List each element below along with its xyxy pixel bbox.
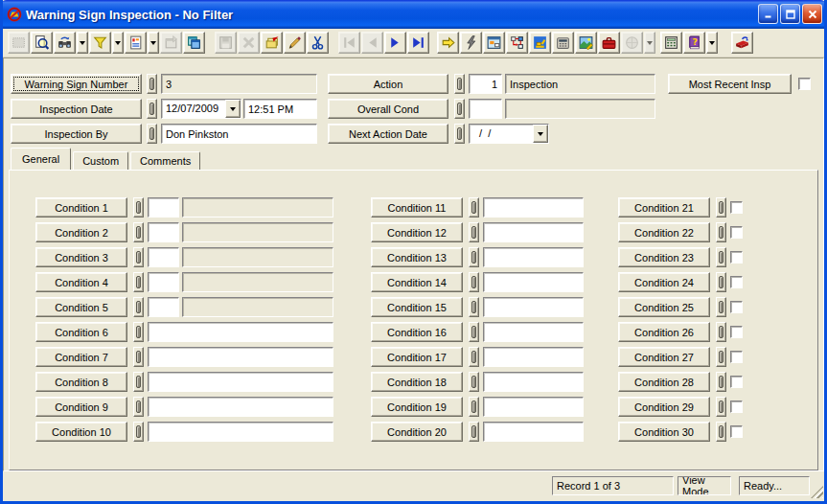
condition-2-button[interactable]: Condition 2	[35, 222, 127, 242]
condition-6-button[interactable]: Condition 6	[35, 322, 127, 342]
inspection-time-input[interactable]	[243, 99, 317, 119]
tab-comments[interactable]: Comments	[130, 151, 200, 170]
condition-21-button[interactable]: Condition 21	[618, 197, 710, 218]
condition-7-input[interactable]	[148, 347, 333, 367]
maximize-button[interactable]	[780, 4, 800, 24]
action-button[interactable]: Action	[328, 74, 448, 94]
filter-button[interactable]	[89, 32, 111, 54]
condition-22-button[interactable]: Condition 22	[618, 222, 710, 242]
next-action-date-dropdown[interactable]	[533, 125, 548, 143]
condition-25-checkbox[interactable]	[730, 301, 743, 313]
relationships-button[interactable]	[506, 32, 528, 54]
condition-3-code-input[interactable]	[148, 247, 179, 267]
help-button[interactable]: ?	[683, 32, 705, 54]
condition-23-checkbox[interactable]	[730, 251, 743, 263]
contact-log-button[interactable]	[552, 32, 574, 54]
condition-22-checkbox[interactable]	[730, 226, 743, 239]
condition-12-input[interactable]	[483, 222, 584, 242]
toolkit-button[interactable]	[598, 32, 620, 54]
condition-4-code-input[interactable]	[148, 272, 179, 292]
condition-4-button[interactable]: Condition 4	[35, 272, 127, 292]
condition-29-checkbox[interactable]	[730, 401, 743, 413]
condition-8-button[interactable]: Condition 8	[35, 372, 127, 392]
condition-1-code-input[interactable]	[148, 197, 179, 218]
condition-16-input[interactable]	[483, 322, 584, 342]
find-dropdown[interactable]	[77, 32, 88, 54]
image-editor-button[interactable]	[575, 32, 597, 54]
condition-13-input[interactable]	[483, 247, 584, 267]
inspection-date-combo[interactable]: 12/07/2009	[161, 99, 241, 119]
condition-10-button[interactable]: Condition 10	[35, 422, 127, 442]
reports-button[interactable]	[125, 32, 147, 54]
print-preview-button[interactable]	[31, 32, 53, 54]
equipment-button[interactable]	[529, 32, 551, 54]
next-action-date-combo[interactable]: / /	[469, 124, 549, 144]
layout-view-button[interactable]	[483, 32, 505, 54]
inspection-by-input[interactable]	[161, 124, 317, 144]
cut-button[interactable]	[307, 32, 329, 54]
condition-17-button[interactable]: Condition 17	[371, 347, 463, 367]
calculator-button[interactable]	[660, 32, 682, 54]
most-recent-insp-button[interactable]: Most Recent Insp	[668, 74, 792, 94]
condition-14-input[interactable]	[483, 272, 584, 292]
condition-1-button[interactable]: Condition 1	[35, 197, 127, 218]
condition-20-button[interactable]: Condition 20	[371, 422, 463, 442]
condition-7-button[interactable]: Condition 7	[35, 347, 127, 367]
execute-button[interactable]	[460, 32, 482, 54]
condition-9-button[interactable]: Condition 9	[35, 397, 127, 417]
condition-18-input[interactable]	[483, 372, 584, 392]
condition-10-input[interactable]	[148, 422, 333, 442]
condition-9-input[interactable]	[148, 397, 333, 417]
condition-20-input[interactable]	[483, 422, 584, 442]
condition-15-input[interactable]	[483, 297, 584, 317]
related-records-button[interactable]	[183, 32, 205, 54]
tab-general[interactable]: General	[11, 148, 71, 170]
overall-cond-button[interactable]: Overall Cond	[328, 99, 448, 119]
condition-6-input[interactable]	[148, 322, 333, 342]
go-to-button[interactable]	[437, 32, 459, 54]
condition-17-input[interactable]	[483, 347, 584, 367]
overall-cond-code-input[interactable]	[469, 99, 502, 119]
condition-12-button[interactable]: Condition 12	[371, 222, 463, 242]
condition-27-checkbox[interactable]	[730, 351, 743, 363]
reports-dropdown[interactable]	[148, 32, 159, 54]
condition-28-button[interactable]: Condition 28	[618, 372, 710, 392]
condition-25-button[interactable]: Condition 25	[618, 297, 710, 317]
condition-26-checkbox[interactable]	[730, 326, 743, 338]
condition-30-checkbox[interactable]	[730, 425, 743, 438]
condition-19-input[interactable]	[483, 397, 584, 417]
condition-27-button[interactable]: Condition 27	[618, 347, 710, 367]
condition-14-button[interactable]: Condition 14	[371, 272, 463, 292]
condition-29-button[interactable]: Condition 29	[618, 397, 710, 417]
condition-18-button[interactable]: Condition 18	[371, 372, 463, 392]
condition-2-code-input[interactable]	[148, 222, 179, 242]
next-record-button[interactable]	[384, 32, 406, 54]
inspection-by-button[interactable]: Inspection By	[11, 124, 142, 144]
condition-8-input[interactable]	[148, 372, 333, 392]
condition-28-checkbox[interactable]	[730, 376, 743, 388]
inspection-date-button[interactable]: Inspection Date	[11, 99, 142, 119]
edit-record-button[interactable]	[284, 32, 306, 54]
filter-dropdown[interactable]	[112, 32, 124, 54]
exit-button[interactable]	[731, 32, 753, 54]
close-button[interactable]	[802, 4, 822, 24]
warning-sign-number-button[interactable]: Warning Sign Number	[11, 74, 142, 94]
condition-19-button[interactable]: Condition 19	[371, 397, 463, 417]
most-recent-insp-checkbox[interactable]	[798, 78, 811, 90]
last-record-button[interactable]	[407, 32, 429, 54]
condition-16-button[interactable]: Condition 16	[371, 322, 463, 342]
next-action-date-button[interactable]: Next Action Date	[328, 124, 448, 144]
condition-26-button[interactable]: Condition 26	[618, 322, 710, 342]
resize-grip[interactable]	[811, 486, 823, 498]
inspection-date-dropdown[interactable]	[225, 100, 241, 118]
condition-5-code-input[interactable]	[148, 297, 179, 317]
action-code-input[interactable]	[469, 74, 502, 94]
condition-15-button[interactable]: Condition 15	[371, 297, 463, 317]
condition-11-input[interactable]	[483, 197, 584, 218]
condition-21-checkbox[interactable]	[730, 201, 743, 214]
condition-24-button[interactable]: Condition 24	[618, 272, 710, 292]
condition-13-button[interactable]: Condition 13	[371, 247, 463, 267]
minimize-button[interactable]	[758, 4, 778, 24]
insert-record-button[interactable]	[261, 32, 283, 54]
condition-30-button[interactable]: Condition 30	[618, 422, 710, 442]
